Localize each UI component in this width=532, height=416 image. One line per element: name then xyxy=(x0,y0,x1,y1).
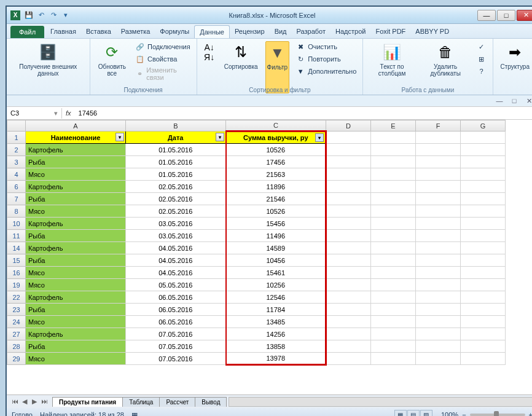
sheet-tab-2[interactable]: Рассчет xyxy=(159,397,195,407)
normal-view-button[interactable]: ▦ xyxy=(394,410,407,416)
ribbon-tab-8[interactable]: Надстрой xyxy=(331,25,370,38)
outline-button[interactable]: ➡ Структура xyxy=(498,41,532,93)
prev-sheet-icon[interactable]: ◀ xyxy=(20,398,29,406)
cell-a19[interactable]: Мясо xyxy=(26,279,126,291)
cell-b2[interactable]: 01.05.2016 xyxy=(126,144,226,156)
row-header-19[interactable]: 19 xyxy=(7,279,26,291)
horizontal-scrollbar[interactable] xyxy=(229,397,532,407)
refresh-all-button[interactable]: ⟳ Обновить все xyxy=(95,41,130,93)
col-header-B[interactable]: B xyxy=(126,120,226,131)
cell-a11[interactable]: Рыба xyxy=(26,230,126,242)
cell-a10[interactable]: Картофель xyxy=(26,218,126,230)
cell-a29[interactable]: Мясо xyxy=(26,353,126,365)
row-header-16[interactable]: 16 xyxy=(7,267,26,279)
row-header-24[interactable]: 24 xyxy=(7,316,26,328)
cell-c3[interactable]: 17456 xyxy=(226,156,326,168)
name-box[interactable]: C3 ▾ xyxy=(7,108,62,119)
cell-c2[interactable]: 10526 xyxy=(226,144,326,156)
whatif-button[interactable]: ? xyxy=(475,66,488,77)
cell-c7[interactable]: 21546 xyxy=(226,193,326,205)
cell-c11[interactable]: 11496 xyxy=(226,230,326,242)
ribbon-tab-5[interactable]: Рецензир xyxy=(230,25,270,38)
clear-filter-button[interactable]: ✖Очистить xyxy=(294,41,358,52)
ribbon-tab-0[interactable]: Главная xyxy=(45,25,81,38)
cell-a16[interactable]: Мясо xyxy=(26,267,126,279)
cell-b4[interactable]: 01.05.2016 xyxy=(126,168,226,181)
row-header-23[interactable]: 23 xyxy=(7,304,26,316)
cell-b19[interactable]: 05.05.2016 xyxy=(126,279,226,291)
cell-a6[interactable]: Картофель xyxy=(26,181,126,193)
row-header-4[interactable]: 4 xyxy=(7,168,26,181)
ribbon-tab-10[interactable]: ABBYY PD xyxy=(410,25,454,38)
row-header-3[interactable]: 3 xyxy=(7,156,26,168)
cell-b6[interactable]: 02.05.2016 xyxy=(126,181,226,193)
layout-view-button[interactable]: ▤ xyxy=(407,410,420,416)
zoom-out-button[interactable]: − xyxy=(462,411,466,416)
header-cell-2[interactable]: Сумма выручки, ру▾ xyxy=(226,131,326,144)
formula-input[interactable] xyxy=(75,108,532,118)
sort-button[interactable]: ⇅ Сортировка xyxy=(222,41,260,93)
cell-a28[interactable]: Рыба xyxy=(26,340,126,353)
ribbon-tab-2[interactable]: Разметка xyxy=(116,25,155,38)
cell-b7[interactable]: 02.05.2016 xyxy=(126,193,226,205)
filter-dropdown-active-icon[interactable]: ▾ xyxy=(315,133,324,142)
text-to-columns-button[interactable]: 📊 Текст по столбцам xyxy=(368,41,415,93)
ribbon-tab-9[interactable]: Foxit PDF xyxy=(370,25,410,38)
row-header-15[interactable]: 15 xyxy=(7,254,26,267)
cell-c23[interactable]: 11784 xyxy=(226,304,326,316)
cell-c24[interactable]: 13485 xyxy=(226,316,326,328)
ribbon-tab-1[interactable]: Вставка xyxy=(81,25,116,38)
cell-c6[interactable]: 11896 xyxy=(226,181,326,193)
filter-dropdown-icon[interactable]: ▾ xyxy=(115,133,124,141)
file-tab[interactable]: Файл xyxy=(10,26,44,38)
col-header-D[interactable]: D xyxy=(326,120,371,131)
cell-b24[interactable]: 06.05.2016 xyxy=(126,316,226,328)
row-header-7[interactable]: 7 xyxy=(7,193,26,205)
cell-b27[interactable]: 07.05.2016 xyxy=(126,328,226,340)
col-header-F[interactable]: F xyxy=(416,120,461,131)
cell-a14[interactable]: Картофель xyxy=(26,242,126,254)
col-header-E[interactable]: E xyxy=(371,120,416,131)
cell-c14[interactable]: 14589 xyxy=(226,242,326,254)
row-header-6[interactable]: 6 xyxy=(7,181,26,193)
pagebreak-view-button[interactable]: ▧ xyxy=(420,410,432,416)
cell-c22[interactable]: 12546 xyxy=(226,291,326,304)
row-header-22[interactable]: 22 xyxy=(7,291,26,304)
sheet-tab-1[interactable]: Таблица xyxy=(122,397,160,407)
cell-c19[interactable]: 10256 xyxy=(226,279,326,291)
cell-a7[interactable]: Рыба xyxy=(26,193,126,205)
col-header-G[interactable]: G xyxy=(461,120,506,131)
external-data-button[interactable]: 🗄️ Получение внешних данных xyxy=(12,41,85,93)
consolidate-button[interactable]: ⊞ xyxy=(475,53,488,65)
doc-restore-icon[interactable]: □ xyxy=(509,96,519,105)
remove-duplicates-button[interactable]: 🗑 Удалить дубликаты xyxy=(421,41,471,93)
zoom-level[interactable]: 100% xyxy=(441,411,458,416)
advanced-filter-button[interactable]: ▼Дополнительно xyxy=(294,66,358,77)
cell-b22[interactable]: 06.05.2016 xyxy=(126,291,226,304)
ribbon-tab-7[interactable]: Разработ xyxy=(292,25,331,38)
cell-b15[interactable]: 04.05.2016 xyxy=(126,254,226,267)
redo-icon[interactable]: ↷ xyxy=(49,10,58,20)
validation-button[interactable]: ✓ xyxy=(475,41,488,52)
close-button[interactable]: ✕ xyxy=(517,10,532,21)
cell-b10[interactable]: 03.05.2016 xyxy=(126,218,226,230)
cell-c10[interactable]: 15456 xyxy=(226,218,326,230)
cell-a2[interactable]: Картофель xyxy=(26,144,126,156)
sheet-tab-3[interactable]: Вывод xyxy=(195,397,227,407)
undo-icon[interactable]: ↶ xyxy=(36,10,46,20)
zoom-in-button[interactable]: + xyxy=(529,411,532,416)
row-header-28[interactable]: 28 xyxy=(7,340,26,353)
ribbon-tab-6[interactable]: Вид xyxy=(270,25,292,38)
zoom-slider[interactable] xyxy=(470,414,525,416)
doc-close-icon[interactable]: ✕ xyxy=(524,96,532,105)
cell-a15[interactable]: Рыба xyxy=(26,254,126,267)
ribbon-tab-3[interactable]: Формулы xyxy=(155,25,194,38)
cell-a27[interactable]: Картофель xyxy=(26,328,126,340)
edit-links-button[interactable]: ⚭Изменить связи xyxy=(134,66,192,82)
row-header-11[interactable]: 11 xyxy=(7,230,26,242)
maximize-button[interactable]: □ xyxy=(497,10,515,21)
cell-a3[interactable]: Рыба xyxy=(26,156,126,168)
reapply-filter-button[interactable]: ↻Повторить xyxy=(294,53,358,65)
cell-c29[interactable]: 13978 xyxy=(226,353,326,365)
cell-b14[interactable]: 04.05.2016 xyxy=(126,242,226,254)
